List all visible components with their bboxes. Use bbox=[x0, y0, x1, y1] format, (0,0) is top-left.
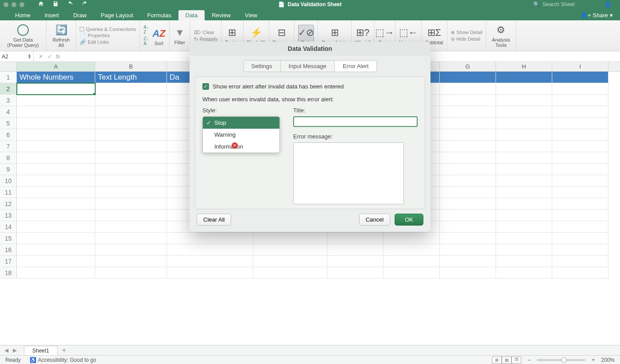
cell[interactable]: Text Length bbox=[95, 72, 167, 83]
search-box[interactable]: 🔍 👤 bbox=[533, 1, 620, 8]
error-message-textarea[interactable] bbox=[293, 142, 404, 204]
cell[interactable] bbox=[95, 118, 167, 129]
cell[interactable] bbox=[552, 118, 608, 129]
cell[interactable] bbox=[440, 164, 496, 175]
cell[interactable] bbox=[496, 187, 552, 198]
cell[interactable] bbox=[496, 198, 552, 210]
cell[interactable] bbox=[440, 118, 496, 129]
zoom-level[interactable]: 200% bbox=[601, 357, 615, 363]
cell[interactable] bbox=[552, 221, 608, 233]
filter-button[interactable]: ▼Filter bbox=[173, 26, 186, 45]
row-header[interactable]: 12 bbox=[0, 198, 17, 210]
dialog-tab-input-message[interactable]: Input Message bbox=[281, 60, 335, 72]
cell[interactable] bbox=[95, 210, 167, 221]
row-header[interactable]: 9 bbox=[0, 164, 17, 175]
cell[interactable] bbox=[17, 244, 95, 256]
normal-view-icon[interactable]: ⊞ bbox=[492, 356, 502, 364]
row-header[interactable]: 18 bbox=[0, 267, 17, 279]
cell[interactable] bbox=[440, 129, 496, 141]
cell[interactable] bbox=[496, 164, 552, 175]
cell[interactable] bbox=[552, 83, 608, 95]
hide-detail-button[interactable]: ⊖Hide Detail bbox=[451, 36, 483, 42]
get-data-button[interactable]: Get Data (Power Query) bbox=[5, 23, 41, 48]
cell[interactable] bbox=[384, 267, 440, 279]
row-header[interactable]: 1 bbox=[0, 72, 17, 83]
cell[interactable] bbox=[496, 267, 552, 279]
cell[interactable] bbox=[95, 164, 167, 175]
row-header[interactable]: 14 bbox=[0, 221, 17, 233]
row-header[interactable]: 15 bbox=[0, 233, 17, 244]
cell[interactable] bbox=[95, 106, 167, 118]
style-option-warning[interactable]: Warning bbox=[203, 129, 279, 141]
redo-icon[interactable] bbox=[81, 0, 88, 8]
tab-home[interactable]: Home bbox=[8, 10, 38, 20]
cell[interactable] bbox=[552, 210, 608, 221]
window-controls[interactable] bbox=[0, 2, 24, 7]
cell[interactable] bbox=[167, 267, 253, 279]
style-option-information[interactable]: Information bbox=[203, 141, 279, 153]
cell[interactable] bbox=[440, 106, 496, 118]
zoom-slider[interactable] bbox=[537, 359, 585, 361]
cell[interactable] bbox=[496, 152, 552, 164]
select-all-corner[interactable] bbox=[0, 62, 17, 71]
cell[interactable] bbox=[552, 106, 608, 118]
row-header[interactable]: 8 bbox=[0, 152, 17, 164]
column-header-b[interactable]: B bbox=[95, 62, 167, 71]
cell[interactable] bbox=[167, 256, 253, 267]
cell[interactable] bbox=[17, 141, 95, 152]
cancel-button[interactable]: Cancel bbox=[359, 214, 390, 226]
column-header-i[interactable]: I bbox=[552, 62, 608, 71]
cell[interactable] bbox=[95, 267, 167, 279]
save-icon[interactable] bbox=[52, 0, 59, 8]
clear-button[interactable]: ⌦Clear bbox=[194, 30, 217, 35]
home-icon[interactable] bbox=[38, 0, 44, 8]
cell[interactable] bbox=[496, 72, 552, 83]
cell[interactable] bbox=[384, 233, 440, 244]
page-layout-view-icon[interactable]: ▤ bbox=[502, 356, 512, 364]
dialog-tab-error-alert[interactable]: Error Alert bbox=[335, 60, 377, 72]
cell[interactable] bbox=[552, 129, 608, 141]
add-sheet-button[interactable]: + bbox=[58, 345, 70, 355]
cell[interactable] bbox=[167, 244, 253, 256]
cell[interactable] bbox=[552, 233, 608, 244]
cell[interactable] bbox=[496, 233, 552, 244]
cell[interactable] bbox=[440, 244, 496, 256]
cell[interactable] bbox=[440, 187, 496, 198]
row-header[interactable]: 11 bbox=[0, 187, 17, 198]
cell[interactable] bbox=[440, 175, 496, 187]
cell[interactable] bbox=[17, 221, 95, 233]
cell[interactable] bbox=[17, 118, 95, 129]
cell[interactable] bbox=[440, 72, 496, 83]
sheet-nav-next-icon[interactable]: ▶ bbox=[13, 347, 17, 353]
accept-formula-icon[interactable]: ✓ bbox=[47, 54, 51, 60]
cell[interactable] bbox=[384, 244, 440, 256]
cell[interactable] bbox=[17, 95, 95, 106]
row-header[interactable]: 3 bbox=[0, 95, 17, 106]
cell[interactable] bbox=[95, 187, 167, 198]
cell[interactable] bbox=[552, 198, 608, 210]
cell[interactable]: Whole Numbers bbox=[17, 72, 95, 83]
name-box[interactable]: A2 ▲▼ bbox=[0, 51, 34, 61]
user-icon[interactable]: 👤 bbox=[604, 1, 611, 8]
cell[interactable] bbox=[17, 187, 95, 198]
cell[interactable] bbox=[167, 233, 253, 244]
column-header-g[interactable]: G bbox=[440, 62, 496, 71]
edit-links-button[interactable]: 🔗Edit Links bbox=[80, 39, 136, 45]
cell[interactable] bbox=[496, 256, 552, 267]
sheet-tab-sheet1[interactable]: Sheet1 bbox=[24, 346, 58, 355]
tab-data[interactable]: Data bbox=[178, 10, 205, 20]
cell[interactable] bbox=[496, 83, 552, 95]
cell[interactable] bbox=[552, 164, 608, 175]
tab-view[interactable]: View bbox=[238, 10, 264, 20]
cell[interactable] bbox=[440, 141, 496, 152]
cell[interactable] bbox=[95, 198, 167, 210]
sort-button[interactable]: AZSort bbox=[152, 27, 166, 46]
row-header[interactable]: 4 bbox=[0, 106, 17, 118]
cell[interactable] bbox=[327, 256, 384, 267]
properties-button[interactable]: 📄Properties bbox=[80, 33, 136, 38]
cancel-formula-icon[interactable]: ✕ bbox=[38, 54, 43, 60]
cell[interactable] bbox=[253, 256, 327, 267]
cell[interactable] bbox=[17, 267, 95, 279]
cell[interactable] bbox=[496, 244, 552, 256]
cell[interactable] bbox=[95, 83, 167, 95]
